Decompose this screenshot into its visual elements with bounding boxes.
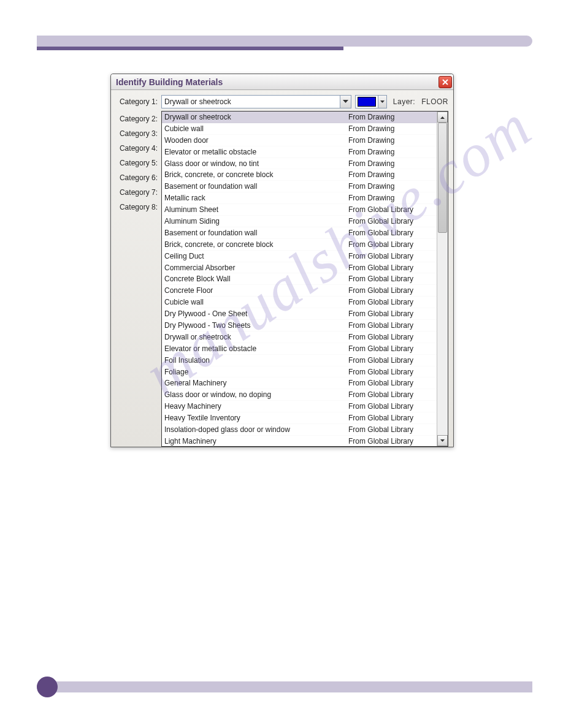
material-combobox[interactable]: Drywall or sheetrock	[161, 95, 351, 108]
list-item[interactable]: Insolation-doped glass door or windowFro…	[162, 424, 437, 436]
material-name: Aluminum Sheet	[164, 205, 348, 214]
color-dropdown-button[interactable]	[378, 96, 386, 108]
list-item[interactable]: Glass door or window, no dopingFrom Glob…	[162, 389, 437, 401]
scroll-thumb[interactable]	[438, 123, 447, 233]
list-item[interactable]: FoliageFrom Global Library	[162, 366, 437, 378]
material-name: Cubicle wall	[164, 124, 348, 133]
color-picker[interactable]	[355, 95, 387, 108]
list-item[interactable]: Drywall or sheetrockFrom Global Library	[162, 332, 437, 343]
material-source: From Global Library	[348, 217, 434, 226]
material-source: From Global Library	[348, 344, 434, 353]
material-name: Basement or foundation wall	[164, 229, 348, 237]
category-label: Category 5:	[116, 159, 158, 167]
list-item[interactable]: Glass door or window, no tintFrom Drawin…	[162, 158, 437, 170]
material-source: From Global Library	[348, 252, 434, 260]
material-source: From Drawing	[348, 113, 434, 121]
list-item[interactable]: Concrete FloorFrom Global Library	[162, 285, 437, 297]
footer-bar	[37, 681, 532, 692]
material-name: Elevator or metallic obstacle	[164, 344, 348, 353]
material-source: From Drawing	[348, 194, 434, 202]
list-item[interactable]: Wooden doorFrom Drawing	[162, 135, 437, 146]
list-item[interactable]: Heavy Textile InventoryFrom Global Libra…	[162, 412, 437, 424]
category-label: Category 6:	[116, 173, 158, 182]
list-item[interactable]: Drywall or sheetrockFrom Drawing	[162, 112, 437, 123]
list-item[interactable]: Brick, concrete, or concrete blockFrom G…	[162, 239, 437, 251]
scroll-track[interactable]	[437, 123, 448, 435]
list-item[interactable]: Concrete Block WallFrom Global Library	[162, 273, 437, 285]
material-name: Metallic rack	[164, 194, 348, 202]
chevron-down-icon	[343, 100, 348, 104]
material-name: Ceiling Duct	[164, 252, 348, 260]
material-name: Concrete Block Wall	[164, 275, 348, 283]
material-name: Aluminum Siding	[164, 217, 348, 226]
list-item[interactable]: Ceiling DuctFrom Global Library	[162, 251, 437, 262]
header-bar	[37, 36, 532, 47]
material-source: From Global Library	[348, 275, 434, 283]
category-row-1: Category 1: Drywall or sheetrock Layer: …	[116, 95, 448, 108]
list-item[interactable]: Aluminum SidingFrom Global Library	[162, 216, 437, 227]
combobox-dropdown-button[interactable]	[340, 96, 351, 108]
list-item[interactable]: Brick, concrete, or concrete blockFrom D…	[162, 169, 437, 181]
category-label: Category 8:	[116, 203, 158, 211]
material-source: From Global Library	[348, 229, 434, 237]
material-source: From Global Library	[348, 425, 434, 434]
material-source: From Global Library	[348, 298, 434, 306]
material-source: From Global Library	[348, 414, 434, 422]
list-item[interactable]: Basement or foundation wallFrom Drawing	[162, 181, 437, 192]
titlebar: Identify Building Materials	[111, 74, 453, 90]
list-item[interactable]: Cubicle wallFrom Drawing	[162, 123, 437, 135]
close-icon	[442, 78, 449, 86]
material-name: Brick, concrete, or concrete block	[164, 240, 348, 249]
material-source: From Global Library	[348, 437, 434, 446]
list-item[interactable]: Metallic rackFrom Drawing	[162, 192, 437, 204]
list-item[interactable]: Elevator or metallic obstacleFrom Global…	[162, 343, 437, 355]
scrollbar[interactable]	[437, 112, 448, 446]
list-item[interactable]: Aluminum SheetFrom Global Library	[162, 204, 437, 216]
layer-label: Layer:	[393, 97, 415, 106]
material-name: Drywall or sheetrock	[164, 113, 348, 121]
material-source: From Drawing	[348, 182, 434, 191]
material-source: From Global Library	[348, 402, 434, 411]
material-source: From Global Library	[348, 390, 434, 399]
list-item[interactable]: Heavy MachineryFrom Global Library	[162, 401, 437, 412]
material-source: From Global Library	[348, 356, 434, 365]
material-name: Dry Plywood - One Sheet	[164, 309, 348, 318]
material-name: Brick, concrete, or concrete block	[164, 170, 348, 179]
chevron-down-icon	[380, 100, 385, 104]
material-source: From Drawing	[348, 148, 434, 156]
page: manualshive.com Identify Building Materi…	[0, 0, 563, 728]
category-label: Category 7:	[116, 188, 158, 197]
material-source: From Global Library	[348, 240, 434, 249]
material-source: From Global Library	[348, 321, 434, 330]
material-dropdown-list[interactable]: Drywall or sheetrockFrom DrawingCubicle …	[161, 111, 448, 447]
material-source: From Global Library	[348, 333, 434, 341]
color-swatch	[358, 97, 376, 107]
material-source: From Global Library	[348, 286, 434, 295]
list-item[interactable]: Basement or foundation wallFrom Global L…	[162, 227, 437, 239]
material-name: Insolation-doped glass door or window	[164, 425, 348, 434]
list-item[interactable]: Elevator or metallic obstacleFrom Drawin…	[162, 146, 437, 158]
material-source: From Drawing	[348, 170, 434, 179]
material-name: Drywall or sheetrock	[164, 333, 348, 341]
material-source: From Drawing	[348, 136, 434, 145]
material-name: Commercial Absorber	[164, 264, 348, 272]
material-source: From Global Library	[348, 368, 434, 376]
scroll-up-button[interactable]	[437, 112, 448, 123]
close-button[interactable]	[439, 76, 452, 88]
material-source: From Global Library	[348, 264, 434, 272]
list-item[interactable]: Light MachineryFrom Global Library	[162, 436, 437, 446]
material-name: Cubicle wall	[164, 298, 348, 306]
list-item[interactable]: Dry Plywood - Two SheetsFrom Global Libr…	[162, 320, 437, 332]
list-item[interactable]: Cubicle wallFrom Global Library	[162, 297, 437, 308]
list-item[interactable]: Foil InsulationFrom Global Library	[162, 355, 437, 366]
list-item[interactable]: Commercial AbsorberFrom Global Library	[162, 262, 437, 274]
list-item[interactable]: Dry Plywood - One SheetFrom Global Libra…	[162, 308, 437, 320]
material-name: Heavy Machinery	[164, 402, 348, 411]
material-name: Dry Plywood - Two Sheets	[164, 321, 348, 330]
material-name: Concrete Floor	[164, 286, 348, 295]
material-name: Foliage	[164, 368, 348, 376]
list-item[interactable]: General MachineryFrom Global Library	[162, 377, 437, 389]
scroll-down-button[interactable]	[437, 435, 448, 446]
dialog-identify-building-materials: Identify Building Materials Category 1: …	[110, 74, 454, 447]
material-source: From Global Library	[348, 205, 434, 214]
